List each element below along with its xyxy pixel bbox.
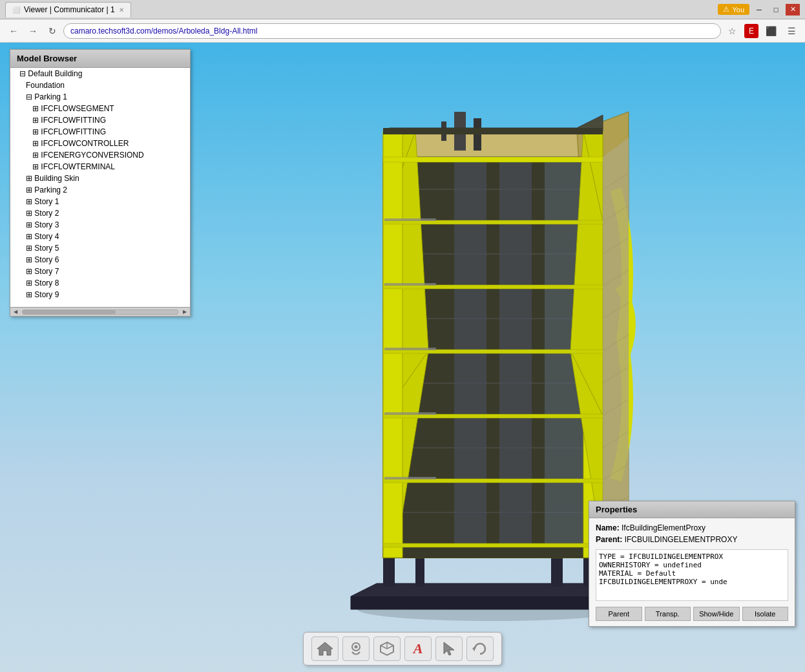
tree-item[interactable]: ⊟ Default Building (10, 68, 190, 79)
star-icon[interactable]: ☆ (724, 23, 740, 39)
tree-item[interactable]: ⊞ Story 9 (10, 289, 190, 300)
model-browser-header: Model Browser (10, 50, 190, 68)
tab-title: Viewer | Communicator | 1 (24, 5, 115, 14)
properties-text-area[interactable] (596, 549, 788, 601)
svg-point-63 (355, 646, 358, 649)
svg-rect-56 (384, 218, 436, 221)
main-area: Model Browser ⊟ Default Building Foundat… (0, 43, 805, 672)
scroll-thumb[interactable] (23, 310, 116, 314)
isolate-button[interactable]: Isolate (742, 607, 789, 621)
show-hide-button[interactable]: Show/Hide (693, 607, 740, 621)
svg-rect-58 (384, 348, 436, 350)
tree-item[interactable]: ⊞ Story 6 (10, 254, 190, 266)
tree-item[interactable]: ⊞ Story 7 (10, 266, 190, 277)
bottom-toolbar: A (303, 632, 502, 666)
home-tool-button[interactable] (311, 636, 339, 661)
svg-rect-38 (383, 543, 603, 547)
maximize-button[interactable]: □ (769, 4, 783, 16)
svg-rect-59 (384, 412, 436, 415)
parent-button[interactable]: Parent (596, 607, 642, 621)
tree-item[interactable]: ⊞ IFCFLOWTERMINAL (10, 161, 190, 173)
svg-marker-27 (383, 131, 402, 558)
svg-marker-44 (603, 138, 629, 558)
tree-item[interactable]: ⊞ Story 1 (10, 196, 190, 207)
tree-item[interactable]: Foundation (10, 79, 190, 91)
rotate-icon (471, 640, 489, 658)
face-select-icon (347, 640, 365, 658)
svg-rect-32 (383, 157, 603, 162)
parent-row: Parent: IFCBUILDINGELEMENTPROXY (596, 535, 788, 544)
tree-item[interactable]: ⊞ Story 3 (10, 219, 190, 231)
svg-rect-43 (383, 128, 603, 134)
cast-icon[interactable]: ⬛ (762, 23, 779, 39)
tree-item[interactable]: ⊟ Parking 1 (10, 91, 190, 103)
menu-icon[interactable]: ☰ (783, 23, 800, 39)
tree-item[interactable]: ⊞ Story 8 (10, 277, 190, 289)
svg-marker-61 (317, 642, 333, 655)
browser-chrome: ⬜ Viewer | Communicator | 1 ✕ ⚠ You ─ □ … (0, 0, 805, 43)
tree-item[interactable]: ⊞ Parking 2 (10, 184, 190, 196)
properties-buttons: Parent Transp. Show/Hide Isolate (596, 607, 788, 621)
browser-tab[interactable]: ⬜ Viewer | Communicator | 1 ✕ (5, 2, 131, 17)
rotate-button[interactable] (466, 636, 494, 661)
tree-item[interactable]: ⊞ IFCFLOWFITTING (10, 126, 190, 138)
svg-line-66 (381, 646, 387, 649)
back-button[interactable]: ← (5, 23, 22, 39)
tree-item[interactable]: ⊞ IFCFLOWSEGMENT (10, 103, 190, 114)
properties-panel: Properties Name: IfcBuildingElementProxy… (589, 501, 795, 627)
svg-marker-68 (444, 642, 454, 655)
tab-close-button[interactable]: ✕ (119, 6, 124, 14)
text-button[interactable]: A (404, 636, 432, 661)
svg-marker-69 (472, 646, 475, 651)
refresh-button[interactable]: ↻ (44, 23, 61, 39)
tree-item[interactable]: ⊞ Story 5 (10, 242, 190, 254)
user-label: You (732, 6, 744, 14)
cube-button[interactable] (373, 636, 401, 661)
scroll-track[interactable] (22, 310, 178, 315)
svg-line-67 (387, 646, 393, 649)
home-icon (316, 640, 334, 658)
title-bar-controls: ⚠ You ─ □ ✕ (718, 4, 800, 16)
name-row: Name: IfcBuildingElementProxy (596, 523, 788, 532)
extension-icon[interactable]: E (744, 24, 758, 38)
properties-content: Name: IfcBuildingElementProxy Parent: IF… (589, 518, 795, 626)
name-value: IfcBuildingElementProxy (622, 523, 706, 532)
address-bar[interactable] (63, 23, 721, 39)
tree-item[interactable]: ⊞ IFCENERGYCONVERSIOND (10, 149, 190, 161)
user-badge: ⚠ You (718, 4, 749, 15)
scroll-left-arrow[interactable]: ◀ (12, 309, 19, 315)
nav-icons: ☆ E ⬛ ☰ (724, 23, 800, 39)
minimize-button[interactable]: ─ (752, 4, 766, 16)
model-browser-panel: Model Browser ⊟ Default Building Foundat… (10, 49, 191, 317)
cube-icon (378, 640, 396, 658)
cursor-icon (440, 640, 458, 658)
parent-value: IFCBUILDINGELEMENTPROXY (625, 535, 738, 544)
tree-item[interactable]: ⊞ IFCFLOWFITTING (10, 114, 190, 126)
tree-item[interactable]: ⊞ IFCFLOWCONTROLLER (10, 138, 190, 149)
nav-bar: ← → ↻ ☆ E ⬛ ☰ (0, 19, 805, 43)
horizontal-scrollbar[interactable]: ◀ ▶ (10, 307, 190, 316)
svg-rect-57 (384, 283, 436, 286)
text-icon: A (413, 640, 423, 657)
transparency-button[interactable]: Transp. (645, 607, 691, 621)
properties-panel-header: Properties (589, 501, 795, 518)
tree-item[interactable]: ⊞ Story 2 (10, 207, 190, 219)
tree-item[interactable]: ⊞ Story 4 (10, 231, 190, 242)
tab-icon: ⬜ (12, 6, 20, 14)
cursor-button[interactable] (435, 636, 463, 661)
parent-label: Parent: (596, 535, 622, 544)
svg-rect-60 (384, 477, 436, 479)
model-browser-content[interactable]: ⊟ Default Building Foundation⊟ Parking 1… (10, 68, 190, 307)
warning-icon: ⚠ (723, 5, 729, 14)
tree-item[interactable]: ⊞ Building Skin (10, 173, 190, 184)
close-button[interactable]: ✕ (786, 4, 800, 16)
name-label: Name: (596, 523, 620, 532)
title-bar: ⬜ Viewer | Communicator | 1 ✕ ⚠ You ─ □ … (0, 0, 805, 19)
title-bar-left: ⬜ Viewer | Communicator | 1 ✕ (5, 2, 714, 17)
forward-button[interactable]: → (25, 23, 41, 39)
face-select-button[interactable] (342, 636, 370, 661)
